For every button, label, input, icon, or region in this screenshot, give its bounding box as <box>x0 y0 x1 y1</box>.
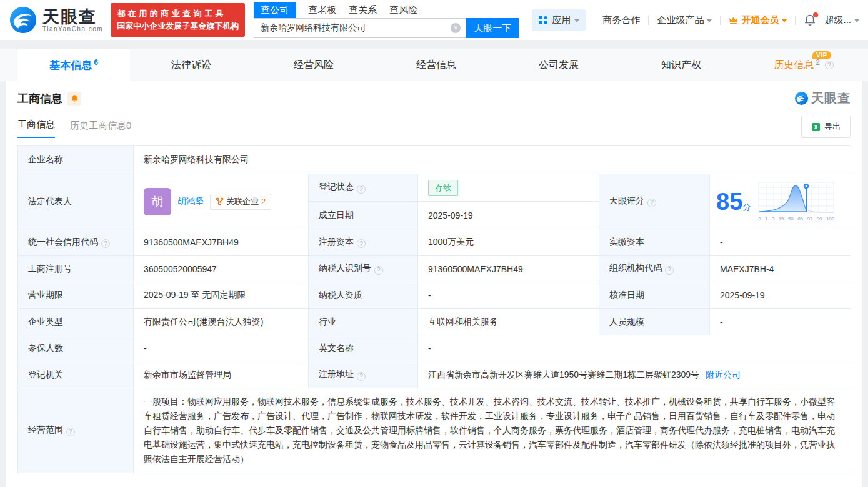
export-label: 导出 <box>824 121 841 132</box>
org-code-value: MAEXJ7BH-4 <box>710 256 851 282</box>
axis-tick: 85 <box>797 216 803 222</box>
search-box: 查公司 查老板 查关系 查风险 天眼一下 <box>254 2 519 38</box>
field-value: - <box>144 343 147 353</box>
tab-company-development[interactable]: 公司发展 <box>497 49 620 81</box>
menu-open-vip[interactable]: 开通会员 <box>729 14 787 26</box>
paid-capital-value: - <box>710 229 851 256</box>
tab-label: 法律诉讼 <box>171 59 211 72</box>
company-name-label: 企业名称 <box>18 146 134 174</box>
business-scope-label: 经营范围 <box>18 388 134 473</box>
subtab-history-business-info[interactable]: 历史工商信息0 <box>70 120 131 138</box>
help-icon[interactable] <box>825 61 834 69</box>
reg-number-value: 360500520005947 <box>134 256 309 282</box>
tab-business-info[interactable]: 经营信息 <box>375 49 497 81</box>
chart-axis-labels: 0 1 3 15 50 85 97 99 100 <box>758 216 834 222</box>
legal-rep-label: 法定代表人 <box>18 174 134 229</box>
credit-code-label: 统一社会信用代码 <box>18 229 134 256</box>
field-value: MAEXJ7BH-4 <box>720 264 774 274</box>
tab-intellectual-property[interactable]: 知识产权 <box>620 49 742 81</box>
notification-bell[interactable] <box>804 14 816 26</box>
search-tab-risk[interactable]: 查风险 <box>389 2 417 18</box>
reg-capital-label: 注册资本 <box>309 229 418 256</box>
help-icon[interactable] <box>101 239 110 248</box>
score-distribution-chart: 0 1 3 15 50 85 97 99 100 <box>758 181 834 222</box>
tab-legal-proceedings[interactable]: 法律诉讼 <box>130 49 252 81</box>
tianyancha-logo[interactable]: 天眼查 TianYanCha.com <box>9 6 103 34</box>
search-tab-company[interactable]: 查公司 <box>254 2 296 18</box>
business-coop-label: 商务合作 <box>602 14 640 26</box>
org-code-label: 组织机构代码 <box>599 256 710 282</box>
tab-history-info[interactable]: VIP 历史信息 2 <box>742 49 865 81</box>
export-button[interactable]: 导出 <box>801 116 851 138</box>
menu-business-coop[interactable]: 商务合作 <box>602 14 640 26</box>
help-icon[interactable] <box>66 428 75 436</box>
divider <box>795 16 796 25</box>
business-term-label: 营业期限 <box>18 282 134 309</box>
registry-value: 新余市市场监督管理局 <box>134 362 309 388</box>
table-row: 企业类型 有限责任公司(港澳台法人独资) 行业 互联网和相关服务 人员规模 - <box>18 309 851 335</box>
status-badge: 存续 <box>428 180 458 196</box>
field-value: 91360500MAEXJ7BH49 <box>428 264 523 274</box>
field-label: 组织机构代码 <box>609 263 662 273</box>
legal-rep-cell: 胡 胡鸿坚 关联企业 2 <box>134 174 309 229</box>
help-icon[interactable] <box>647 199 656 207</box>
field-label: 行业 <box>319 317 336 327</box>
insured-value: - <box>134 335 309 362</box>
axis-tick: 99 <box>817 216 822 222</box>
search-button[interactable]: 天眼一下 <box>466 18 519 38</box>
open-vip-label: 开通会员 <box>741 14 779 26</box>
caret-down-icon <box>707 19 712 22</box>
section-header: 工商信息 天眼查 <box>6 81 862 107</box>
help-icon[interactable] <box>357 239 366 248</box>
nearby-companies-link[interactable]: 附近公司 <box>706 370 741 380</box>
field-label: 企业类型 <box>28 317 63 327</box>
table-row: 企业名称 新余哈罗网络科技有限公司 <box>18 146 851 174</box>
field-label: 登记机关 <box>28 370 63 380</box>
establish-date-value: 2025-09-19 <box>418 202 599 229</box>
help-icon[interactable] <box>357 185 366 194</box>
field-label: 登记状态 <box>319 182 354 192</box>
score-unit: 分 <box>742 202 751 212</box>
field-label: 参保人数 <box>28 343 63 353</box>
subtab-business-info[interactable]: 工商信息 <box>17 119 55 138</box>
field-label: 注册资本 <box>319 237 354 247</box>
table-row: 工商注册号 360500520005947 纳税人识别号 91360500MAE… <box>18 256 851 282</box>
reg-status-label: 登记状态 <box>309 174 418 202</box>
main-nav: 基本信息 6 法律诉讼 经营风险 经营信息 公司发展 知识产权 VIP 历史信息… <box>0 49 868 81</box>
field-value: 2025-09-19 <box>720 290 765 300</box>
caret-down-icon <box>574 19 579 22</box>
reg-number-label: 工商注册号 <box>18 256 134 282</box>
table-row: 统一社会信用代码 91360500MAEXJ7BH49 注册资本 1000万美元… <box>18 229 851 256</box>
tab-operating-risk[interactable]: 经营风险 <box>252 49 375 81</box>
table-row: 登记机关 新余市市场监督管理局 注册地址 江西省新余市高新开发区赛维大道1950… <box>18 362 851 388</box>
field-value: 2025-09-19 至 无固定期限 <box>144 290 246 300</box>
apps-menu[interactable]: 应用 <box>532 9 586 31</box>
address-text: 江西省新余市高新开发区赛维大道1950号赛维二期1栋二层聚虹2309号 <box>428 370 699 380</box>
score-label: 天眼评分 <box>599 174 710 229</box>
subscribe-bell-button[interactable] <box>67 92 81 106</box>
field-value: - <box>428 290 431 300</box>
related-companies-badge[interactable]: 关联企业 2 <box>210 194 271 210</box>
subtab-row: 工商信息 历史工商信息0 导出 <box>6 107 862 138</box>
field-value: - <box>720 317 723 327</box>
promo-line1: 都在用的商业查询工具 <box>117 7 239 20</box>
search-tab-relation[interactable]: 查关系 <box>349 2 377 18</box>
search-tab-boss[interactable]: 查老板 <box>308 2 336 18</box>
super-vip-label: 超级... <box>824 14 851 26</box>
avatar[interactable]: 胡 <box>144 188 171 215</box>
help-icon[interactable] <box>665 266 674 275</box>
approval-date-value: 2025-09-19 <box>710 282 851 309</box>
menu-super-vip[interactable]: 超级... <box>824 14 859 26</box>
table-row: 经营范围 一般项目：物联网应用服务，物联网技术服务，信息系统集成服务，技术服务、… <box>18 388 851 473</box>
help-icon[interactable] <box>374 266 383 275</box>
taxpayer-id-value: 91360500MAEXJ7BH49 <box>418 256 599 282</box>
legal-rep-link[interactable]: 胡鸿坚 <box>177 196 204 207</box>
search-input[interactable] <box>254 18 466 38</box>
menu-enterprise-products[interactable]: 企业级产品 <box>657 14 712 26</box>
axis-tick: 15 <box>779 216 784 222</box>
help-icon[interactable] <box>357 372 366 381</box>
tab-basic-info[interactable]: 基本信息 6 <box>17 49 130 81</box>
field-label: 纳税人资质 <box>319 290 362 300</box>
field-value: - <box>428 343 431 353</box>
related-companies-label: 关联企业 <box>226 196 259 207</box>
